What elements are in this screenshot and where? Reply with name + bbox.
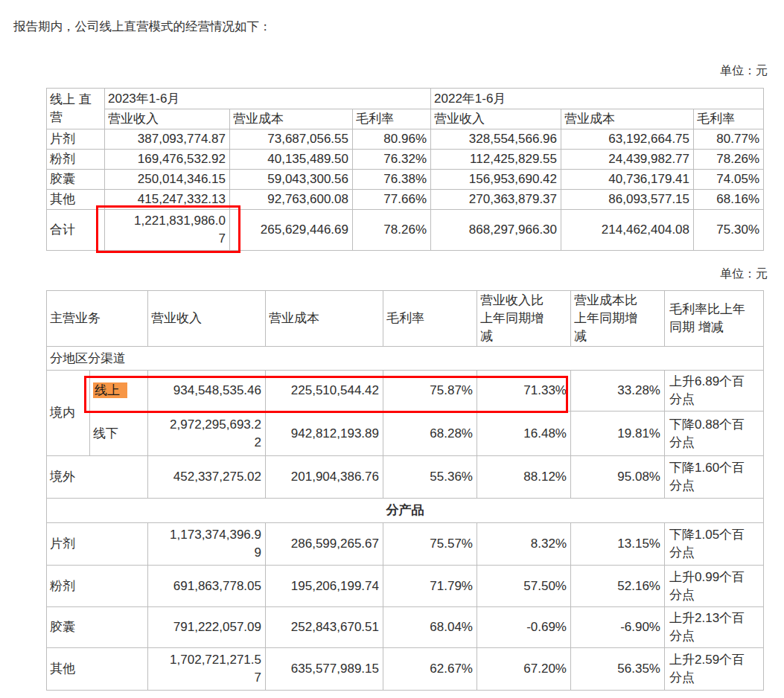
- cell-revenue-change: 16.48%: [477, 412, 571, 456]
- row-label: 粉剂: [47, 150, 105, 170]
- cell-margin: 75.87%: [383, 371, 477, 412]
- intro-text: 报告期内，公司线上直营模式的经营情况如下：: [13, 19, 272, 35]
- cell-cost-2022: 24,439,982.77: [561, 150, 694, 170]
- row-tablets: 片剂 387,093,774.87 73,687,056.55 80.96% 3…: [47, 129, 764, 150]
- row-label-online: 线上: [90, 371, 148, 412]
- cell-margin-change: 上升6.89个百分点: [665, 371, 764, 412]
- col-header-margin-change: 毛利率比上年同期 增减: [665, 291, 764, 347]
- cell-margin-change: 下降1.60个百分点: [665, 456, 764, 499]
- period-2022-header: 2022年1-6月: [431, 89, 764, 109]
- cell-cost-change: 33.28%: [571, 371, 665, 412]
- row-capsules: 胶囊 250,014,346.15 59,043,300.56 76.38% 1…: [47, 170, 764, 190]
- cell-margin: 68.28%: [383, 412, 477, 456]
- col-header-revenue-2022: 营业收入: [431, 109, 561, 129]
- row-capsules: 胶囊 791,222,057.09 252,843,670.51 68.04% …: [47, 607, 764, 648]
- row-powder: 粉剂 169,476,532.92 40,135,489.50 76.32% 1…: [47, 150, 764, 170]
- cell-margin-2022: 80.77%: [694, 129, 764, 150]
- col-header-margin-2022: 毛利率: [694, 109, 764, 129]
- row-label: 胶囊: [47, 607, 148, 648]
- main-business-table: 主营业务 营业收入 营业成本 毛利率 营业收入比上年同期增减 营业成本比上年同期…: [46, 290, 764, 691]
- row-label: 其他: [47, 190, 105, 210]
- row-other: 其他 415,247,332.13 92,763,600.08 77.66% 2…: [47, 190, 764, 210]
- row-label-domestic: 境内: [47, 371, 90, 456]
- cell-margin-change: 上升2.13个百分点: [665, 607, 764, 648]
- row-other: 其他 1,702,721,271.57 635,577,989.15 62.67…: [47, 648, 764, 691]
- cell-cost: 225,510,544.42: [266, 371, 383, 412]
- cell-margin-change: 上升2.59个百分点: [665, 648, 764, 691]
- cell-margin-2023: 78.26%: [353, 210, 431, 251]
- col-header-main-business: 主营业务: [47, 291, 148, 347]
- period-header-row: 线上 直营 2023年1-6月 2022年1-6月: [47, 89, 764, 109]
- col-header-cost-change: 营业成本比上年同期增减: [571, 291, 665, 347]
- row-tablets: 片剂 1,173,374,396.99 286,599,265.67 75.57…: [47, 523, 764, 566]
- cell-cost-2022: 40,736,179.41: [561, 170, 694, 190]
- cell-cost: 635,577,989.15: [266, 648, 383, 691]
- cell-margin-2022: 68.16%: [694, 190, 764, 210]
- cell-cost-2023: 59,043,300.56: [230, 170, 353, 190]
- cell-revenue-change: 88.12%: [477, 456, 571, 499]
- header-row: 主营业务 营业收入 营业成本 毛利率 营业收入比上年同期增减 营业成本比上年同期…: [47, 291, 764, 347]
- cell-margin: 62.67%: [383, 648, 477, 691]
- row-online: 境内 线上 934,548,535.46 225,510,544.42 75.8…: [47, 371, 764, 412]
- online-direct-table: 线上 直营 2023年1-6月 2022年1-6月 营业收入 营业成本 毛利率 …: [46, 88, 764, 251]
- row-section-region-channel: 分地区分渠道: [47, 347, 764, 371]
- cell-margin-2022: 78.26%: [694, 150, 764, 170]
- cell-revenue: 791,222,057.09: [148, 607, 266, 648]
- cell-margin-change: 下降0.88个百分点: [665, 412, 764, 456]
- col-header-cost: 营业成本: [266, 291, 383, 347]
- cell-cost-change: 13.15%: [571, 523, 665, 566]
- row-total: 合计 1,221,831,986.07 265,629,446.69 78.26…: [47, 210, 764, 251]
- highlighted-online-label: 线上: [93, 382, 127, 398]
- corner-header: 线上 直营: [47, 89, 105, 129]
- cell-revenue-2022: 328,554,566.96: [431, 129, 561, 150]
- cell-revenue-change: 67.20%: [477, 648, 571, 691]
- cell-revenue-2023: 169,476,532.92: [105, 150, 230, 170]
- cell-cost: 286,599,265.67: [266, 523, 383, 566]
- cell-revenue: 691,863,778.05: [148, 566, 266, 607]
- cell-revenue-change: 71.33%: [477, 371, 571, 412]
- col-header-margin-2023: 毛利率: [353, 109, 431, 129]
- row-label: 片剂: [47, 129, 105, 150]
- unit-label-2: 单位：元: [720, 266, 768, 282]
- section-label: 分产品: [47, 499, 764, 523]
- row-section-product: 分产品: [47, 499, 764, 523]
- cell-cost-change: 19.81%: [571, 412, 665, 456]
- cell-revenue: 934,548,535.46: [148, 371, 266, 412]
- col-header-cost-2023: 营业成本: [230, 109, 353, 129]
- row-powder: 粉剂 691,863,778.05 195,206,199.74 71.79% …: [47, 566, 764, 607]
- cell-cost-2023: 40,135,489.50: [230, 150, 353, 170]
- row-label: 合计: [47, 210, 105, 251]
- cell-margin-2023: 76.32%: [353, 150, 431, 170]
- cell-cost: 201,904,386.76: [266, 456, 383, 499]
- cell-revenue: 1,702,721,271.57: [148, 648, 266, 691]
- cell-revenue: 1,173,374,396.99: [148, 523, 266, 566]
- cell-revenue-change: 57.50%: [477, 566, 571, 607]
- row-label: 胶囊: [47, 170, 105, 190]
- row-label-offline: 线下: [90, 412, 148, 456]
- cell-cost-change: 56.35%: [571, 648, 665, 691]
- cell-cost-2022: 214,462,404.08: [561, 210, 694, 251]
- period-2023-header: 2023年1-6月: [105, 89, 431, 109]
- col-header-revenue-change: 营业收入比上年同期增减: [477, 291, 571, 347]
- cell-cost: 252,843,670.51: [266, 607, 383, 648]
- cell-revenue-2023: 415,247,332.13: [105, 190, 230, 210]
- col-header-revenue-2023: 营业收入: [105, 109, 230, 129]
- cell-cost-2023: 73,687,056.55: [230, 129, 353, 150]
- cell-margin-change: 上升0.99个百分点: [665, 566, 764, 607]
- cell-cost: 942,812,193.89: [266, 412, 383, 456]
- cell-cost-change: -6.90%: [571, 607, 665, 648]
- cell-margin: 55.36%: [383, 456, 477, 499]
- cell-margin: 71.79%: [383, 566, 477, 607]
- cell-revenue-2023-total: 1,221,831,986.07: [105, 210, 230, 251]
- row-label: 其他: [47, 648, 148, 691]
- cell-revenue-2022: 270,363,879.37: [431, 190, 561, 210]
- cell-cost-2022: 63,192,664.75: [561, 129, 694, 150]
- cell-margin-2023: 76.38%: [353, 170, 431, 190]
- cell-cost-change: 52.16%: [571, 566, 665, 607]
- cell-revenue-2022: 868,297,966.30: [431, 210, 561, 251]
- row-label-overseas: 境外: [47, 456, 148, 499]
- cell-margin-change: 下降1.05个百分点: [665, 523, 764, 566]
- cell-revenue: 452,337,275.02: [148, 456, 266, 499]
- cell-revenue-change: -0.69%: [477, 607, 571, 648]
- total-revenue-value: 1,221,831,986.07: [131, 212, 226, 248]
